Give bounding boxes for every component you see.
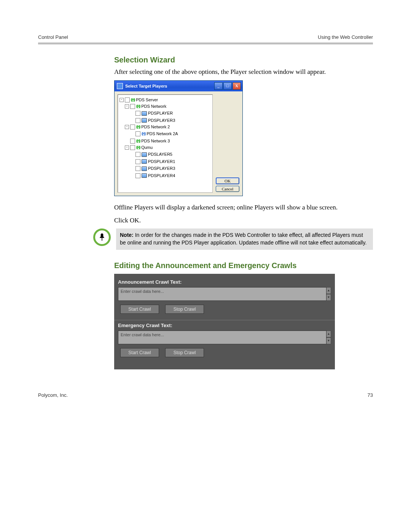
scroll-up-icon[interactable]: ▲ <box>327 331 331 337</box>
tree-checkbox[interactable] <box>135 159 140 164</box>
scroll-down-icon[interactable]: ▼ <box>327 337 331 344</box>
pushpin-icon <box>93 228 111 246</box>
emergency-stop-button[interactable]: Stop Crawl <box>165 348 204 357</box>
scroll-up-icon[interactable]: ▲ <box>327 287 331 294</box>
tree-checkbox[interactable] <box>135 118 140 123</box>
announcement-input[interactable]: Enter crawl data here... <box>118 287 327 301</box>
tree-checkbox[interactable] <box>135 131 140 136</box>
dialog-title-icon <box>117 83 123 89</box>
footer-page: 73 <box>368 392 373 398</box>
tree-node[interactable]: PDS Network <box>141 104 166 109</box>
footer-left: Polycom, Inc. <box>38 392 68 398</box>
announcement-label: Announcement Crawl Text: <box>118 279 331 285</box>
after-tree-note1: Offline Players will display a darkened … <box>114 203 373 212</box>
announcement-start-button[interactable]: Start Crawl <box>120 305 159 314</box>
emergency-label: Emergency Crawl Text: <box>118 323 331 328</box>
header-left: Control Panel <box>38 34 68 40</box>
tree-leaf[interactable]: PDSPLAYER <box>148 110 173 116</box>
dialog-titlebar[interactable]: Select Target Players _ □ X <box>115 81 242 91</box>
crawl-panel: Announcement Crawl Text: Enter crawl dat… <box>114 274 335 369</box>
player-icon <box>142 159 147 164</box>
section-title-wizard: Selection Wizard <box>114 56 373 64</box>
section-title-crawls: Editing the Announcement and Emergency C… <box>114 261 373 270</box>
panel-divider <box>114 320 335 320</box>
after-tree-note2: Click OK. <box>114 216 373 225</box>
maximize-button[interactable]: □ <box>223 82 232 90</box>
player-tree[interactable]: - ((•)) PDS Server - ((• <box>118 94 213 193</box>
tree-checkbox[interactable] <box>130 139 135 144</box>
tree-checkbox[interactable] <box>135 111 140 116</box>
player-icon <box>142 111 147 116</box>
tree-leaf[interactable]: PDSPLAYER1 <box>148 159 175 165</box>
wizard-intro: After selecting one of the above options… <box>114 67 373 77</box>
network-icon: ((•)) <box>131 97 135 103</box>
emergency-input[interactable]: Enter crawl data here... <box>118 331 327 344</box>
network-icon: ((•)) <box>136 104 140 109</box>
emergency-start-button[interactable]: Start Crawl <box>120 348 159 357</box>
network-icon: ((•)) <box>136 124 140 130</box>
player-icon <box>142 152 147 157</box>
tree-leaf[interactable]: PDSLAYER5 <box>148 152 172 157</box>
network-icon: ((•)) <box>136 138 140 144</box>
player-icon <box>142 173 147 178</box>
tree-checkbox[interactable] <box>130 104 135 109</box>
tree-checkbox[interactable] <box>130 145 135 150</box>
select-players-dialog: Select Target Players _ □ X - (( <box>114 80 243 196</box>
tree-leaf[interactable]: PDSPLAYER3 <box>148 166 175 171</box>
tree-checkbox[interactable] <box>125 97 130 102</box>
tree-leaf[interactable]: PDS Network 2A <box>147 131 178 137</box>
tree-checkbox[interactable] <box>135 173 140 178</box>
announcement-stop-button[interactable]: Stop Crawl <box>165 305 204 314</box>
dialog-title: Select Target Players <box>125 84 167 88</box>
cancel-button[interactable]: Cancel <box>216 186 239 192</box>
tree-checkbox[interactable] <box>135 166 140 171</box>
tree-checkbox[interactable] <box>135 152 140 157</box>
tree-node[interactable]: PDS Network 2 <box>141 124 170 130</box>
tree-toggle[interactable]: - <box>125 125 129 129</box>
tree-node-root[interactable]: PDS Server <box>136 97 158 103</box>
player-icon <box>142 118 147 123</box>
scroll-down-icon[interactable]: ▼ <box>327 294 331 301</box>
tree-node[interactable]: Qumu <box>141 145 153 150</box>
tree-node[interactable]: PDS Network 3 <box>141 138 170 144</box>
tree-leaf[interactable]: PDSPLAYER4 <box>148 173 175 179</box>
header-right: Using the Web Controller <box>318 34 373 40</box>
close-button[interactable]: X <box>233 82 241 90</box>
note-label: Note: <box>120 232 134 238</box>
tree-checkbox[interactable] <box>130 125 135 129</box>
tree-toggle[interactable]: - <box>119 98 124 102</box>
note-box: Note: In order for the changes made in t… <box>116 228 373 249</box>
minimize-button[interactable]: _ <box>214 82 223 90</box>
tree-toggle[interactable]: - <box>125 104 129 109</box>
tree-toggle[interactable]: - <box>125 145 129 150</box>
header-rule <box>38 42 373 44</box>
network-icon: ((•)) <box>142 131 145 137</box>
note-text: In order for the changes made in the PDS… <box>120 232 366 246</box>
network-icon: ((•)) <box>136 145 140 150</box>
ok-button[interactable]: OK <box>216 177 239 184</box>
player-icon <box>142 166 147 171</box>
tree-leaf[interactable]: PDSPLAYER3 <box>148 118 175 123</box>
